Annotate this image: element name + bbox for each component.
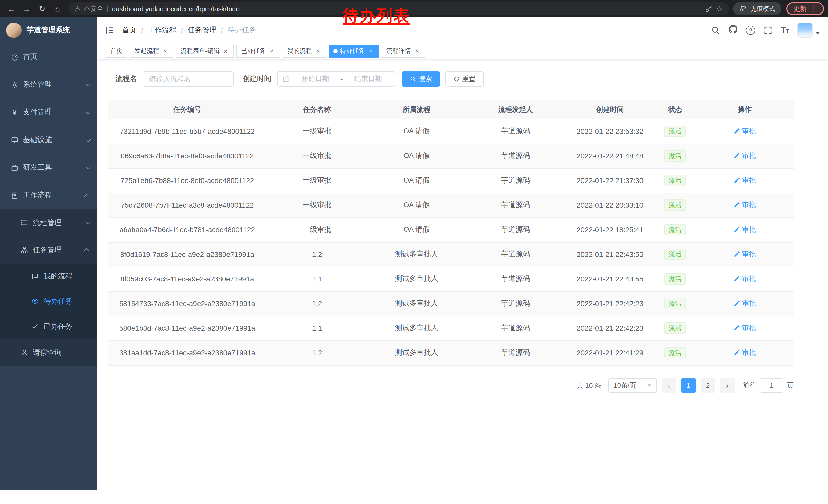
tab-process-detail[interactable]: 流程详情 × [382,44,425,58]
chevron-up-icon [84,193,89,199]
search-icon[interactable] [711,26,720,35]
cell-process: 测试多审批人 [367,242,466,267]
sidebar-item-workflow[interactable]: 工作流程 [0,182,97,209]
task-submenu: 我的流程 待办任务 已办任务 [0,264,97,339]
app-logo[interactable]: 芋道管理系统 [0,17,97,43]
help-icon[interactable]: ? [746,26,755,35]
sidebar-item-leave-query[interactable]: 请假查询 [0,339,97,366]
col-initiator: 流程发起人 [466,100,565,119]
prev-page-button[interactable]: ‹ [662,378,676,393]
avatar[interactable] [797,22,813,38]
eye-icon [31,297,39,305]
reset-button[interactable]: 重置 [445,71,484,87]
process-name-field [142,71,234,87]
close-icon[interactable]: × [162,47,169,55]
key-icon[interactable] [705,5,712,12]
approve-link[interactable]: 审批 [733,200,756,210]
pencil-icon [733,128,740,135]
update-button[interactable]: 更新 ⋮ [786,2,824,15]
page-content: 流程名 创建时间 开始日期 - 结束日期 搜索 重置 [108,71,794,393]
sidebar-item-devtools[interactable]: 研发工具 [0,154,97,182]
approve-link[interactable]: 审批 [733,176,756,185]
refresh-icon [454,76,460,82]
close-icon[interactable]: × [268,47,276,55]
cell-created: 2022-01-21 22:43:55 [565,242,655,267]
close-icon[interactable]: × [367,47,374,55]
font-size-icon[interactable]: TT [781,26,789,35]
sidebar-item-label: 待办任务 [44,296,89,306]
sidebar-item-todo-tasks[interactable]: 待办任务 [0,289,97,314]
user-menu[interactable] [797,22,820,38]
cell-task-name: 1.1 [267,267,367,291]
bookmark-star-icon[interactable]: ☆ [716,4,723,13]
github-icon[interactable] [729,25,738,36]
home-icon[interactable]: ⌂ [50,2,65,16]
approve-link[interactable]: 审批 [733,324,756,333]
refresh-icon[interactable]: ↻ [35,2,49,16]
approve-link[interactable]: 审批 [733,225,756,234]
tab-my-process[interactable]: 我的流程 × [283,44,326,58]
sidebar-item-label: 基础设施 [23,135,81,145]
sidebar-item-infra[interactable]: 基础设施 [0,126,97,154]
tab-done-tasks[interactable]: 已办任务 × [237,44,280,58]
tab-home[interactable]: 首页 [106,44,127,58]
check-icon [31,322,39,330]
chevron-down-icon [86,137,91,142]
status-badge: 激活 [664,347,686,358]
sidebar-item-system[interactable]: 系统管理 [0,71,97,98]
top-navbar: 首页 / 工作流程 / 任务管理 / 待办任务 ? TT [97,17,828,43]
browser-menu-icon[interactable]: ⋮ [810,5,817,13]
sidebar-item-process-mgmt[interactable]: 流程管理 [0,209,97,236]
page-button-2[interactable]: 2 [701,378,715,393]
cell-action: 审批 [696,144,794,168]
close-icon[interactable]: × [315,47,322,55]
close-icon[interactable]: × [222,47,229,55]
search-button[interactable]: 搜索 [402,71,440,87]
tab-form-edit[interactable]: 流程表单-编辑 × [176,44,234,58]
approve-link[interactable]: 审批 [733,348,756,357]
end-date-placeholder: 结束日期 [347,74,389,84]
sidebar-item-label: 任务管理 [33,245,81,255]
breadcrumb-item[interactable]: 工作流程 [148,26,176,35]
goto-page-input[interactable] [760,378,783,393]
process-name-input[interactable] [143,75,234,83]
sidebar-item-my-process[interactable]: 我的流程 [0,264,97,289]
page-button-1[interactable]: 1 [681,378,696,393]
sidebar-item-done-tasks[interactable]: 已办任务 [0,314,97,339]
tab-start-process[interactable]: 发起流程 × [130,44,173,58]
sidebar-item-task-mgmt[interactable]: 任务管理 [0,236,97,264]
cell-task-name: 1.2 [267,242,367,267]
next-page-button[interactable]: › [720,378,735,393]
page-size-select[interactable]: 10条/页 [609,378,657,393]
sidebar-collapse-icon[interactable] [105,25,115,35]
security-label[interactable]: 不安全 [84,4,104,13]
address-divider: | [107,5,109,12]
cell-task-id: 725a1eb6-7b88-11ec-8ef0-acde48001122 [108,168,267,193]
sidebar-item-payment[interactable]: ¥ 支付管理 [0,98,97,126]
sidebar-item-home[interactable]: 首页 [0,43,97,71]
active-tab-dot [333,49,338,53]
approve-link[interactable]: 审批 [733,299,756,308]
cell-created: 2022-01-22 18:25:41 [565,217,655,242]
sidebar: 芋道管理系统 首页 系统管理 ¥ 支付管理 基础设施 [0,17,97,490]
approve-link[interactable]: 审批 [733,250,756,259]
approve-link[interactable]: 审批 [733,151,756,161]
fullscreen-icon[interactable] [763,26,773,35]
goto-label: 前往 [743,381,756,390]
screen: ← → ↻ ⌂ ⚠ 不安全 | dashboard.yudao.iocoder.… [0,0,828,504]
breadcrumb-item[interactable]: 任务管理 [188,26,216,35]
goto-group: 前往 页 [743,378,794,393]
approve-link[interactable]: 审批 [733,127,756,136]
approve-link[interactable]: 审批 [733,274,756,283]
chevron-up-icon [84,248,89,253]
tab-todo-tasks[interactable]: 待办任务 × [329,44,379,58]
close-icon[interactable]: × [413,47,421,55]
cell-task-id: 069c6a63-7b8a-11ec-8ef0-acde48001122 [108,144,267,168]
date-range-picker[interactable]: 开始日期 - 结束日期 [277,71,395,87]
cell-task-id: 381aa1dd-7ac8-11ec-a9e2-a2380e71991a [108,340,267,365]
goto-unit-label: 页 [787,381,794,390]
back-icon[interactable]: ← [4,2,18,16]
breadcrumb-item[interactable]: 首页 [122,26,136,35]
cell-task-name: 1.2 [267,340,367,365]
forward-icon[interactable]: → [19,2,34,16]
